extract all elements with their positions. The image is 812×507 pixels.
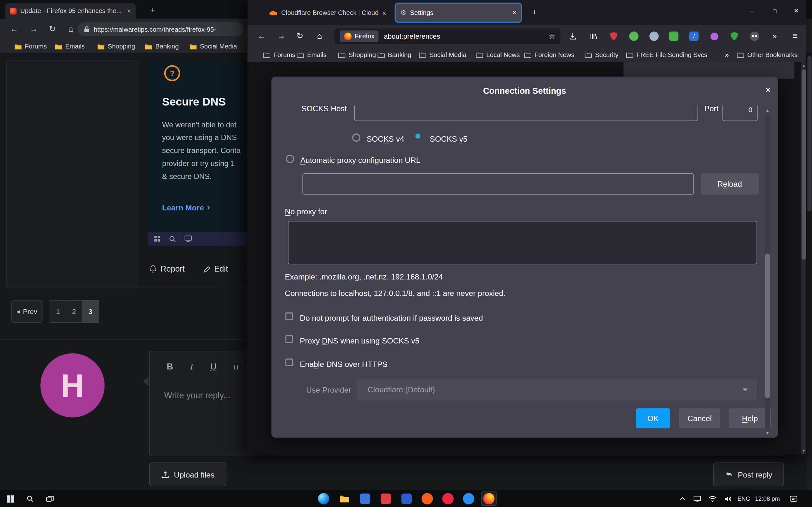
bookmark-folder-security[interactable]: Security — [585, 48, 618, 62]
bookmark-item-social-media[interactable]: Social Media — [190, 39, 237, 54]
address-bar[interactable]: https://malwaretips.com/threads/firefox-… — [78, 22, 243, 36]
proxy-dns-socks5-checkbox[interactable] — [286, 335, 293, 343]
magnifier-icon[interactable] — [169, 235, 176, 242]
tray-hidden-icons-chevron[interactable] — [676, 492, 689, 506]
bookmark-folder-free-file-sending[interactable]: FREE File Sending Svcs — [626, 48, 707, 62]
report-button[interactable]: Report — [149, 264, 185, 274]
socks-host-input[interactable] — [354, 106, 698, 121]
no-auth-prompt-label[interactable]: Do not prompt for authentication if pass… — [300, 314, 483, 322]
close-tab-icon[interactable]: × — [127, 7, 131, 14]
scroll-up-icon[interactable]: ▴ — [763, 107, 772, 114]
green-shield-extension-icon[interactable] — [727, 29, 742, 43]
pagination-page-2[interactable]: 2 — [66, 300, 82, 323]
bookmark-folder-banking[interactable]: Banking — [377, 48, 411, 62]
proxy-dns-socks5-label[interactable]: Proxy DNS when using SOCKS v5 — [300, 336, 419, 345]
purple-flower-extension-icon[interactable] — [707, 29, 722, 43]
bookmark-folder-shopping[interactable]: Shopping — [338, 48, 376, 62]
taskbar-app-blue-icon[interactable] — [358, 492, 372, 506]
forward-icon[interactable]: → — [26, 19, 42, 39]
menu-hamburger-icon[interactable]: ≡ — [788, 29, 802, 43]
close-tab-icon[interactable]: × — [512, 9, 516, 16]
bookmarks-overflow-icon[interactable]: » — [725, 48, 729, 62]
bold-button[interactable]: B — [163, 360, 176, 374]
bookmark-folder-forums[interactable]: Forums — [263, 48, 295, 62]
window-close-button[interactable]: × — [786, 0, 806, 22]
gray-bird-extension-icon[interactable] — [647, 29, 661, 43]
window-maximize-button[interactable]: □ — [763, 0, 786, 22]
port-input[interactable] — [722, 106, 758, 121]
pagination-page-1[interactable]: 1 — [50, 300, 66, 323]
page-scrollbar[interactable]: ▴ ▾ — [801, 62, 806, 454]
reply-placeholder[interactable]: Write your reply... — [164, 391, 231, 400]
taskbar-app-orange-icon[interactable] — [420, 492, 435, 506]
socks-v5-radio-selected[interactable] — [415, 133, 420, 138]
edit-button[interactable]: Edit — [203, 264, 228, 274]
bookmark-item-forums[interactable]: Forums — [14, 39, 47, 54]
upload-files-button[interactable]: Upload files — [149, 463, 226, 487]
pagination-page-3-current[interactable]: 3 — [82, 300, 99, 323]
tray-clock[interactable]: 12:08 pm — [755, 491, 780, 507]
home-icon[interactable]: ⌂ — [312, 25, 327, 48]
new-tab-button[interactable]: + — [146, 4, 159, 17]
bookmark-folder-local-news[interactable]: Local News — [476, 48, 519, 62]
bookmark-item-emails[interactable]: Emails — [55, 39, 85, 54]
font-size-button[interactable]: tT — [227, 360, 246, 374]
new-tab-button[interactable]: + — [527, 6, 542, 20]
auto-proxy-label[interactable]: Automatic proxy configuration URL — [300, 156, 420, 164]
auto-proxy-radio[interactable] — [286, 155, 294, 163]
taskbar-edge-icon[interactable] — [316, 492, 331, 506]
address-bar[interactable]: Firefox about:preferences ☆ — [335, 29, 560, 44]
bookmark-folder-foreign-news[interactable]: Foreign News — [524, 48, 574, 62]
socks-v4-label[interactable]: SOCKS v4 — [367, 134, 404, 143]
pagination-prev-button[interactable]: ◀ Prev — [11, 300, 43, 323]
home-icon[interactable]: ⌂ — [63, 19, 79, 39]
auto-proxy-url-input[interactable] — [302, 173, 694, 194]
green-square-extension-icon[interactable] — [666, 29, 681, 43]
browser-tab[interactable]: Update - Firefox 95 enhances the... × — [5, 3, 136, 19]
forward-icon[interactable]: → — [273, 25, 289, 48]
bookmark-item-shopping[interactable]: Shopping — [97, 39, 135, 54]
bookmark-folder-social-media[interactable]: Social Media — [419, 48, 467, 62]
dns-over-https-checkbox[interactable] — [286, 358, 293, 366]
reload-button[interactable]: Reload — [701, 173, 759, 194]
underline-button[interactable]: U — [206, 360, 220, 374]
task-view-button[interactable] — [43, 492, 57, 506]
red-shield-extension-icon[interactable] — [606, 29, 621, 43]
scrollbar-thumb[interactable] — [807, 56, 811, 211]
taskbar-app-darkblue-icon[interactable] — [399, 492, 414, 506]
scroll-down-icon[interactable]: ▾ — [801, 447, 806, 454]
close-tab-icon[interactable]: × — [383, 9, 386, 17]
identity-chip[interactable]: Firefox — [340, 31, 379, 42]
scroll-up-icon[interactable]: ▴ — [801, 63, 806, 69]
reload-icon[interactable]: ↻ — [292, 25, 308, 48]
socks-v5-label[interactable]: SOCKS v5 — [430, 134, 467, 143]
taskbar-firefox-active-icon[interactable] — [481, 492, 497, 506]
scroll-down-icon[interactable]: ▾ — [763, 429, 772, 437]
tab-settings-active[interactable]: ⚙ Settings × — [396, 3, 521, 21]
start-button[interactable] — [3, 492, 18, 506]
dns-over-https-label[interactable]: Enable DNS over HTTPS — [300, 360, 387, 369]
ok-button[interactable]: OK — [636, 408, 670, 429]
taskbar-search-button[interactable] — [23, 492, 38, 506]
green-circle-extension-icon[interactable] — [627, 29, 641, 43]
dialog-close-icon[interactable]: × — [760, 82, 776, 98]
back-icon[interactable]: ← — [6, 19, 22, 39]
bookmark-folder-emails[interactable]: Emails — [297, 48, 327, 62]
taskbar-app-bluecircle-icon[interactable] — [461, 492, 476, 506]
bookmark-item-banking[interactable]: Banking — [145, 39, 179, 54]
tray-display-icon[interactable] — [691, 492, 703, 506]
goggles-extension-icon[interactable] — [747, 29, 762, 43]
tray-volume-icon[interactable] — [722, 492, 734, 506]
tray-language[interactable]: ENG — [738, 491, 751, 507]
taskbar-file-explorer-icon[interactable] — [337, 492, 352, 506]
taskbar-app-redcircle-icon[interactable] — [441, 492, 455, 506]
cancel-button[interactable]: Cancel — [679, 408, 720, 429]
scrollbar-thumb[interactable] — [802, 69, 806, 260]
tray-network-icon[interactable] — [706, 492, 719, 506]
taskbar-app-red-icon[interactable] — [378, 492, 393, 506]
tray-notification-button[interactable] — [787, 492, 800, 506]
italic-button[interactable]: I — [185, 360, 198, 374]
no-auth-prompt-checkbox[interactable] — [286, 313, 293, 320]
window-minimize-button[interactable]: – — [741, 0, 763, 22]
reload-icon[interactable]: ↻ — [44, 19, 60, 39]
